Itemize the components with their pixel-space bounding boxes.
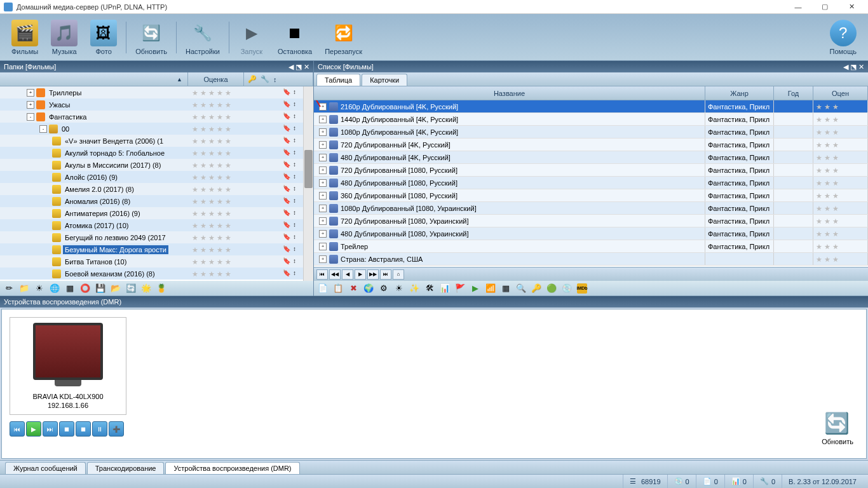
flag-icon[interactable]: 🔖 <box>283 245 292 254</box>
arrow-icon[interactable]: ↕ <box>293 161 302 170</box>
grid-row[interactable]: + Страна: Австралия, США ★★★ <box>314 253 868 266</box>
rating-stars[interactable]: ★★★★★ <box>192 270 233 278</box>
expander-icon[interactable]: + <box>319 166 327 174</box>
grid-icon[interactable]: ▦ <box>65 283 75 294</box>
flag-icon[interactable]: 🔖 <box>283 233 292 242</box>
stop-button[interactable]: ⏹Остановка <box>271 17 318 58</box>
scroll-thumb[interactable] <box>304 150 313 188</box>
rating-stars[interactable]: ★★★ <box>816 230 840 238</box>
tree-item[interactable]: Бегущий по лезвию 2049 (2017★★★★★🔖↕ <box>0 231 313 243</box>
wifi-icon[interactable]: 📶 <box>485 283 496 294</box>
device-card[interactable]: BRAVIA KDL-40LX900 192.168.1.66 ⏮ ▶ ⏭ ⏹ … <box>10 317 126 451</box>
flag-icon[interactable]: 🔖 <box>283 173 292 182</box>
expander-icon[interactable]: + <box>27 89 34 97</box>
flag-icon[interactable]: 🚩 <box>455 283 465 294</box>
settings-button[interactable]: 🔧Настройки <box>179 17 226 58</box>
open-icon[interactable]: 📂 <box>111 283 121 294</box>
rating-stars[interactable]: ★★★★★ <box>192 258 233 266</box>
sheet-icon[interactable]: 📋 <box>333 283 343 294</box>
refresh-button[interactable]: 🔄Обновить <box>129 17 173 58</box>
media-add[interactable]: ➕ <box>109 421 124 437</box>
rating-stars[interactable]: ★★★ <box>816 243 840 250</box>
expander-icon[interactable]: + <box>319 128 327 136</box>
tab-transcode[interactable]: Транскодирование <box>87 462 165 474</box>
tree-item[interactable]: Атомика (2017) (10)★★★★★🔖↕ <box>0 219 313 231</box>
expander-icon[interactable]: + <box>319 103 327 111</box>
imdb-icon[interactable]: IMDb <box>577 283 587 294</box>
flag-icon[interactable]: 🔖 <box>283 88 292 97</box>
arrow-icon[interactable]: ↕ <box>293 197 302 206</box>
arrow-icon[interactable]: ↕ <box>293 221 302 230</box>
arrow-icon[interactable]: ↕ <box>293 245 302 254</box>
rating-stars[interactable]: ★★★ <box>816 179 840 187</box>
col-year[interactable]: Год <box>774 86 813 100</box>
rating-stars[interactable]: ★★★★★ <box>192 210 233 217</box>
rating-stars[interactable]: ★★★★★ <box>192 173 233 181</box>
films-button[interactable]: 🎬Фильмы <box>5 17 44 58</box>
rating-stars[interactable]: ★★★★★ <box>192 234 233 241</box>
rating-stars[interactable]: ★★★ <box>816 103 840 111</box>
tree-item[interactable]: -Фантастика★★★★★🔖↕ <box>0 111 313 123</box>
grid-row[interactable]: + 720 Дублированный [1080, Русский] Фант… <box>314 164 868 177</box>
col-genre[interactable]: Жанр <box>705 86 774 100</box>
rating-stars[interactable]: ★★★★★ <box>192 198 233 205</box>
grid-row[interactable]: + 1440p Дублированный [4K, Русский] Фант… <box>314 113 868 126</box>
panel-controls[interactable]: ◀ ⬔ ✕ <box>843 63 864 71</box>
tree-item[interactable]: Антиматерия (2016) (9)★★★★★🔖↕ <box>0 207 313 219</box>
rating-stars[interactable]: ★★★ <box>816 154 840 161</box>
globe-icon[interactable]: 🌐 <box>50 283 60 294</box>
grid-row[interactable]: + 1080p Дублированный [4K, Русский] Фант… <box>314 126 868 139</box>
rating-column-header[interactable]: Оценка <box>203 76 227 83</box>
grid-row[interactable]: + 2160p Дублированный [4K, Русский] Фант… <box>314 100 868 113</box>
rating-stars[interactable]: ★★★★★ <box>192 89 233 97</box>
refresh-icon[interactable]: 🔄 <box>126 283 136 294</box>
media-pause[interactable]: ⏸ <box>92 421 107 437</box>
panel-pin-icon[interactable]: ◀ ⬔ ✕ <box>288 63 309 71</box>
grid-row[interactable]: + 480 Дублированный [1080, Украинский] Ф… <box>314 227 868 240</box>
grid-row[interactable]: + 360 Дублированный [1080, Русский] Фант… <box>314 189 868 202</box>
photo-button[interactable]: 🖼Фото <box>84 17 123 58</box>
rating-stars[interactable]: ★★★★★ <box>192 222 233 229</box>
rating-stars[interactable]: ★★★ <box>816 128 840 136</box>
nav-last[interactable]: ⏭ <box>380 269 391 280</box>
tree-item[interactable]: Акулы в Миссисипи (2017) (8)★★★★★🔖↕ <box>0 159 313 171</box>
flag-icon[interactable]: 🔖 <box>283 209 292 218</box>
tool-icon[interactable]: 🔑 <box>248 75 257 83</box>
rating-stars[interactable]: ★★★ <box>816 205 840 212</box>
grid-body[interactable]: + 2160p Дублированный [4K, Русский] Фант… <box>314 100 868 267</box>
arrow-icon[interactable]: ↕ <box>293 233 302 242</box>
tree-view[interactable]: +Триллеры★★★★★🔖↕+Ужасы★★★★★🔖↕-Фантастика… <box>0 86 313 281</box>
media-stop2[interactable]: ⏹ <box>76 421 91 437</box>
tree-item[interactable]: Амелия 2.0 (2017) (8)★★★★★🔖↕ <box>0 183 313 195</box>
expander-icon[interactable]: + <box>319 217 327 225</box>
tree-item[interactable]: Безумный Макс: Дорога ярости★★★★★🔖↕ <box>0 243 313 255</box>
media-next[interactable]: ⏭ <box>43 421 58 437</box>
gear-icon[interactable]: ⚙ <box>379 283 389 294</box>
sun2-icon[interactable]: ☀ <box>394 283 404 294</box>
rating-stars[interactable]: ★★★ <box>816 255 840 263</box>
arrow-icon[interactable]: ↕ <box>293 112 302 121</box>
tree-item[interactable]: Аномалия (2016) (8)★★★★★🔖↕ <box>0 195 313 207</box>
tree-item[interactable]: Алойс (2016) (9)★★★★★🔖↕ <box>0 171 313 183</box>
fruit-icon[interactable]: 🍍 <box>156 283 166 294</box>
tab-log[interactable]: Журнал сообщений <box>5 462 86 474</box>
media-stop[interactable]: ⏹ <box>59 421 74 437</box>
folder-icon[interactable]: 📁 <box>19 283 29 294</box>
expander-icon[interactable]: + <box>319 179 327 187</box>
tree-item[interactable]: Акулий торнадо 5: Глобальное★★★★★🔖↕ <box>0 147 313 159</box>
save-icon[interactable]: 💾 <box>95 283 105 294</box>
rating-stars[interactable]: ★★★★★ <box>192 161 233 169</box>
expander-icon[interactable]: + <box>319 116 327 123</box>
play-icon[interactable]: ▶ <box>470 283 480 294</box>
expander-icon[interactable]: + <box>319 192 327 200</box>
tree-item[interactable]: Битва Титанов (10)★★★★★🔖↕ <box>0 255 313 268</box>
grid-row[interactable]: + 720 Дублированный [4K, Русский] Фантас… <box>314 139 868 151</box>
close-button[interactable]: ✕ <box>839 1 864 13</box>
arrow-icon[interactable]: ↕ <box>293 257 302 266</box>
flag-icon[interactable]: 🔖 <box>283 221 292 230</box>
disk-icon[interactable]: 💿 <box>562 283 572 294</box>
world-icon[interactable]: 🌍 <box>363 283 374 294</box>
arrow-icon[interactable]: ↕ <box>293 88 302 97</box>
arrow-icon[interactable]: ↕ <box>293 100 302 109</box>
restart-button[interactable]: 🔁Перезапуск <box>318 17 369 58</box>
